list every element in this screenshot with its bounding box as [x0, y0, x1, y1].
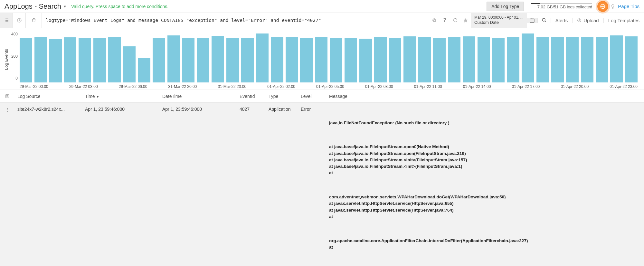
- col-datetime[interactable]: DateTime: [159, 94, 236, 99]
- col-message[interactable]: Message: [320, 94, 644, 99]
- refresh-icon[interactable]: [450, 18, 460, 23]
- chart-bar[interactable]: [596, 37, 608, 82]
- bulb-icon[interactable]: [610, 4, 615, 9]
- pie-view-icon[interactable]: [13, 13, 26, 28]
- chart-bar[interactable]: [374, 37, 387, 82]
- chart-bar[interactable]: [389, 38, 402, 82]
- page-tips-link[interactable]: Page Tips: [618, 4, 639, 9]
- chart-bar[interactable]: [418, 37, 431, 82]
- log-events-chart: Log Events 400 200 0 29-Mar-22 00:0029-M…: [0, 28, 644, 90]
- chart-bar[interactable]: [345, 38, 357, 82]
- chart-bar[interactable]: [433, 38, 446, 82]
- quota-text: 7.02 GB/51 GB logs collected: [537, 5, 592, 9]
- page-title-text: AppLogs - Search: [5, 2, 61, 11]
- row-menu-icon[interactable]: ⋮: [0, 107, 14, 112]
- cell-message: java,io.FileNotFoundException: (No such …: [320, 107, 644, 266]
- col-eventid[interactable]: EventId: [236, 94, 265, 99]
- templates-label: Log Templates: [608, 18, 639, 23]
- search-icon[interactable]: [538, 17, 551, 23]
- chart-bar[interactable]: [610, 35, 623, 82]
- alerts-label: Alerts: [555, 18, 568, 23]
- chart-bar[interactable]: [463, 36, 475, 82]
- chart-bar[interactable]: [182, 38, 194, 82]
- query-status-text: Valid query. Press space to add more con…: [71, 4, 168, 9]
- col-level[interactable]: Level: [298, 94, 320, 99]
- trash-icon[interactable]: [26, 13, 42, 28]
- chart-bar[interactable]: [403, 36, 416, 82]
- xtick: 29-Mar-22 03:00: [69, 84, 98, 89]
- x-axis-ticks: 29-Mar-22 00:0029-Mar-22 03:0029-Mar-22 …: [20, 82, 638, 89]
- chart-bar[interactable]: [153, 38, 165, 82]
- chart-bar[interactable]: [123, 46, 136, 82]
- date-range-picker[interactable]: Mar 29, 00:00:00 - Apr 01, ... Custom Da…: [471, 13, 527, 28]
- chart-bar[interactable]: [49, 39, 62, 82]
- chart-bar[interactable]: [212, 36, 224, 83]
- chart-bar[interactable]: [330, 38, 342, 82]
- chart-bar[interactable]: [79, 38, 91, 82]
- querybar-right: ? Mar 29, 00:00:00 - Apr 01, ... Custom …: [429, 13, 644, 28]
- chart-bar[interactable]: [315, 37, 327, 82]
- cell-level: Error: [298, 107, 320, 112]
- chart-bar[interactable]: [507, 37, 519, 82]
- chart-bar[interactable]: [300, 38, 313, 82]
- page-title[interactable]: AppLogs - Search ▼: [5, 2, 67, 11]
- log-templates-link[interactable]: Log Templates: [603, 18, 644, 23]
- cell-time: Apr 1, 23:59:46:000: [82, 107, 159, 112]
- chart-bar[interactable]: [566, 37, 579, 82]
- xtick: 01-Apr-22 05:00: [316, 84, 344, 89]
- chart-bar[interactable]: [581, 37, 593, 82]
- chart-bar[interactable]: [226, 38, 239, 82]
- col-type[interactable]: Type: [265, 94, 298, 99]
- alerts-link[interactable]: Alerts: [551, 18, 572, 23]
- xtick: 01-Apr-22 08:00: [365, 84, 393, 89]
- upload-icon: [577, 18, 582, 23]
- chart-bar[interactable]: [286, 37, 298, 82]
- chart-bar[interactable]: [64, 37, 77, 82]
- add-logtype-button[interactable]: Add Log Type: [487, 2, 524, 11]
- help-icon[interactable]: ?: [440, 17, 450, 23]
- chart-bar[interactable]: [448, 37, 460, 82]
- xtick: 01-Apr-22 17:00: [512, 84, 540, 89]
- chart-bar[interactable]: [20, 38, 32, 82]
- chart-bar[interactable]: [625, 36, 638, 82]
- chart-bar[interactable]: [256, 33, 269, 82]
- upload-link[interactable]: Upload: [572, 18, 603, 23]
- xtick: 29-Mar-22 06:00: [119, 84, 147, 89]
- ytick: 0: [15, 76, 18, 81]
- chart-bar[interactable]: [167, 35, 180, 82]
- msg-p1: java,io.FileNotFoundException: (No such …: [329, 120, 641, 126]
- chart-bar[interactable]: [197, 38, 209, 82]
- col-time[interactable]: Time▼: [82, 94, 159, 99]
- xtick: 31-Mar-22 23:00: [218, 84, 246, 89]
- upload-label: Upload: [583, 18, 599, 23]
- cell-datetime: Apr 1, 23:59:46:000: [159, 107, 236, 112]
- query-input[interactable]: [42, 13, 429, 28]
- col-log-source[interactable]: Log Source: [14, 94, 82, 99]
- chart-bar[interactable]: [138, 58, 150, 82]
- select-all-checkbox[interactable]: [0, 94, 14, 99]
- calendar-icon[interactable]: [527, 18, 538, 23]
- y-axis-label: Log Events: [3, 49, 10, 70]
- chart-bar[interactable]: [271, 37, 283, 82]
- chart-bar[interactable]: [93, 38, 106, 82]
- cell-source: site24x7-w2k8r2.s24x...: [14, 107, 82, 112]
- chart-bar[interactable]: [492, 38, 505, 82]
- chart-bar[interactable]: [241, 38, 254, 82]
- star-icon[interactable]: [460, 18, 471, 23]
- chart-bar[interactable]: [478, 37, 490, 82]
- list-view-icon[interactable]: [0, 13, 13, 28]
- chart-bar[interactable]: [108, 37, 121, 82]
- chart-bar[interactable]: [34, 37, 47, 82]
- assistant-orb-icon[interactable]: [597, 1, 608, 12]
- cell-type: Application: [265, 107, 298, 112]
- chevron-down-icon: ▼: [63, 5, 67, 8]
- chart-bars[interactable]: [20, 30, 638, 82]
- chart-bar[interactable]: [522, 33, 534, 82]
- chart-bar[interactable]: [551, 37, 564, 82]
- svg-rect-3: [530, 19, 534, 22]
- chart-bar[interactable]: [359, 39, 372, 82]
- chart-bar[interactable]: [536, 37, 549, 82]
- msg-p3: com.adventnet,webmon.servlets.WPAHarDown…: [329, 194, 641, 220]
- clear-icon[interactable]: [429, 18, 440, 23]
- xtick: 01-Apr-22 11:00: [414, 84, 442, 89]
